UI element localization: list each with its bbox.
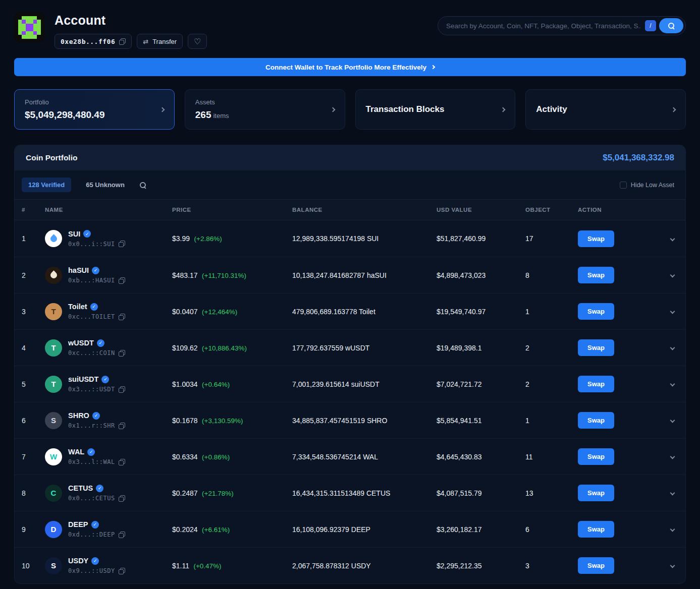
chevron-down-icon[interactable] <box>670 563 675 568</box>
copy-coin-address-icon[interactable] <box>119 459 125 465</box>
verified-badge-icon: ✓ <box>92 267 99 274</box>
coin-name[interactable]: DEEP <box>68 520 88 528</box>
chevron-down-icon[interactable] <box>670 382 675 387</box>
price-cell: $0.0407 (+12,464%) <box>172 307 292 316</box>
copy-coin-address-icon[interactable] <box>119 532 125 538</box>
row-index: 9 <box>22 525 45 534</box>
coin-name[interactable]: SUI <box>68 230 80 238</box>
copy-address-icon[interactable] <box>119 38 126 45</box>
swap-button[interactable]: Swap <box>578 521 614 538</box>
swap-button[interactable]: Swap <box>578 230 614 247</box>
coin-object-count: 1 <box>525 417 578 425</box>
search-button[interactable] <box>659 18 683 33</box>
row-index: 1 <box>22 234 45 243</box>
table-search-icon[interactable] <box>139 182 146 189</box>
chevron-down-icon[interactable] <box>670 309 675 314</box>
swap-button[interactable]: Swap <box>578 267 614 283</box>
coin-name[interactable]: USDY <box>68 557 88 565</box>
portfolio-label: Portfolio <box>25 98 105 106</box>
copy-coin-address-icon[interactable] <box>119 277 125 284</box>
coin-name[interactable]: WAL <box>68 448 84 456</box>
account-meta: Account 0xe28b...ff06 ⇄ Transfer ♡ <box>55 12 207 49</box>
coin-balance: 16,108,096.92379 DEEP <box>292 525 437 534</box>
chevron-down-icon[interactable] <box>670 273 675 278</box>
row-index: 3 <box>22 308 45 316</box>
portfolio-value: $5,049,298,480.49 <box>25 109 105 121</box>
search-icon <box>668 22 675 29</box>
assets-card[interactable]: Assets 265items <box>185 89 345 130</box>
coin-address: 0xc...TOILET <box>68 313 115 320</box>
activity-card[interactable]: Activity <box>525 89 686 130</box>
favorite-button[interactable]: ♡ <box>188 34 207 49</box>
table-row: 1 SUI ✓ 0x0...i::SUI $3.99 (+2.86%) 12,9… <box>15 220 685 257</box>
coin-usd-value: $19,549,740.97 <box>437 308 525 316</box>
swap-button[interactable]: Swap <box>578 303 614 320</box>
coin-price-change: (+10,886.43%) <box>202 344 247 352</box>
swap-button[interactable]: Swap <box>578 448 614 465</box>
chevron-down-icon[interactable] <box>670 345 675 350</box>
chevron-down-icon[interactable] <box>670 527 675 532</box>
coin-balance: 7,001,239.615614 suiUSDT <box>292 380 437 388</box>
swap-button[interactable]: Swap <box>578 485 614 501</box>
verified-badge-icon: ✓ <box>96 485 103 492</box>
chevron-down-icon[interactable] <box>670 236 675 241</box>
coin-name[interactable]: CETUS <box>68 484 93 492</box>
chevron-down-icon[interactable] <box>670 418 675 423</box>
coin-name[interactable]: Toilet <box>68 303 87 311</box>
coin-name[interactable]: wUSDT <box>68 339 94 347</box>
coin-address: 0xd...::DEEP <box>68 531 115 538</box>
swap-button[interactable]: Swap <box>578 339 614 356</box>
coin-price-change: (+0.86%) <box>202 453 230 461</box>
copy-coin-address-icon[interactable] <box>119 314 125 320</box>
copy-coin-address-icon[interactable] <box>119 423 125 429</box>
price-cell: $0.2487 (+21.78%) <box>172 489 292 498</box>
swap-button[interactable]: Swap <box>578 376 614 392</box>
coin-name[interactable]: SHRO <box>68 411 89 420</box>
coin-object-count: 2 <box>525 344 578 352</box>
chevron-down-icon[interactable] <box>670 491 675 496</box>
banner-text: Connect Wallet to Track Portfolio More E… <box>265 64 426 71</box>
tab-verified[interactable]: 128 Verified <box>22 178 71 192</box>
account-address: 0xe28b...ff06 <box>61 38 115 45</box>
verified-badge-icon: ✓ <box>90 303 98 311</box>
coin-balance: 34,885,837.457451519 SHRO <box>292 417 437 425</box>
hide-low-asset-checkbox[interactable] <box>620 182 627 189</box>
verified-badge-icon: ✓ <box>97 339 104 347</box>
portfolio-card[interactable]: Portfolio $5,049,298,480.49 <box>14 89 175 130</box>
connect-wallet-banner[interactable]: Connect Wallet to Track Portfolio More E… <box>14 58 686 76</box>
copy-coin-address-icon[interactable] <box>119 568 125 574</box>
transfer-button[interactable]: ⇄ Transfer <box>137 34 183 49</box>
copy-coin-address-icon[interactable] <box>119 386 125 393</box>
copy-coin-address-icon[interactable] <box>119 241 125 247</box>
search-input[interactable] <box>446 22 641 30</box>
coin-usd-value: $4,645,430.83 <box>437 453 525 461</box>
chevron-down-icon[interactable] <box>670 454 675 459</box>
expand-cell <box>659 491 678 495</box>
col-object: OBJECT <box>525 207 578 213</box>
coin-address: 0x1...r::SHR <box>68 422 115 429</box>
search-shortcut-key: / <box>645 20 656 31</box>
coin-price-change: (+0.64%) <box>202 381 230 388</box>
coin-usd-value: $7,024,721.72 <box>437 380 525 388</box>
account-address-pill[interactable]: 0xe28b...ff06 <box>55 34 132 49</box>
coin-name[interactable]: haSUI <box>68 266 89 274</box>
transaction-blocks-card[interactable]: Transaction Blocks <box>355 89 516 130</box>
col-name: NAME <box>45 207 172 213</box>
tab-unknown[interactable]: 65 Unknown <box>79 178 131 192</box>
action-cell: Swap <box>578 267 659 283</box>
coin-portfolio-title: Coin Portfolio <box>26 153 77 162</box>
coin-usd-value: $5,854,941.51 <box>437 417 525 425</box>
coin-usd-value: $4,898,473,023 <box>437 271 525 279</box>
coin-cell: haSUI ✓ 0xb...:HASUI <box>45 266 172 284</box>
coin-name[interactable]: suiUSDT <box>68 375 98 383</box>
copy-coin-address-icon[interactable] <box>119 495 125 502</box>
copy-coin-address-icon[interactable] <box>119 350 125 357</box>
hide-low-asset-label[interactable]: Hide Low Asset <box>631 182 674 189</box>
price-cell: $0.6334 (+0.86%) <box>172 452 292 461</box>
col-rank: # <box>22 207 45 213</box>
swap-button[interactable]: Swap <box>578 557 614 574</box>
swap-button[interactable]: Swap <box>578 412 614 429</box>
chevron-right-icon <box>159 107 165 112</box>
coin-price: $0.6334 <box>172 453 198 461</box>
coin-address: 0xb...:HASUI <box>68 277 115 284</box>
